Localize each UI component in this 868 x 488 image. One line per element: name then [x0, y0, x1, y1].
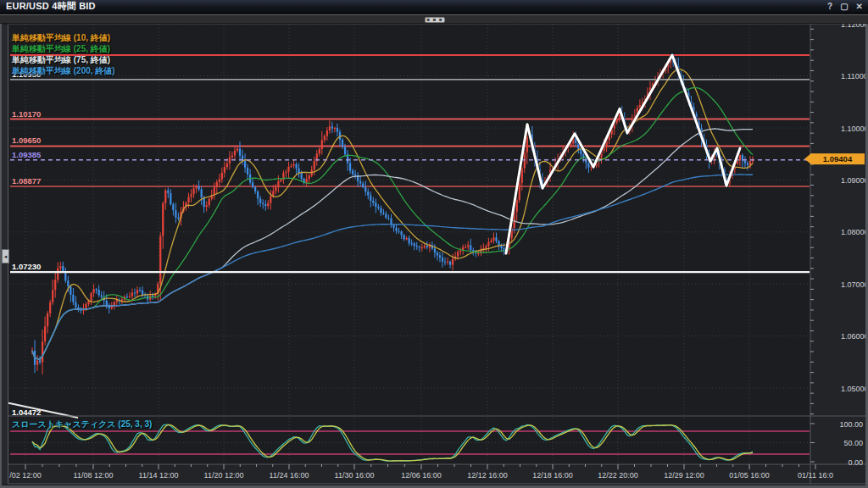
close-icon[interactable]: ✕ [856, 0, 863, 14]
price-tick-label: 1.07000 [841, 280, 868, 289]
maximize-icon[interactable]: ▢ [840, 0, 848, 14]
candle-body [254, 187, 256, 191]
candle-body [224, 167, 225, 173]
candle-body [59, 266, 61, 268]
candle-body [159, 236, 161, 285]
candle-body [85, 304, 86, 308]
candle-body [364, 187, 366, 191]
candle-body [167, 191, 169, 193]
window-title: EUR/USD 4時間 BID [0, 0, 96, 13]
candle-body [472, 250, 474, 252]
candle-body [90, 293, 92, 301]
candle-body [142, 291, 143, 295]
candle-body [201, 189, 203, 197]
candle-body [54, 280, 56, 290]
candle-body [465, 247, 466, 248]
candle-body [372, 201, 374, 202]
splitter-handle-button[interactable]: ■ ■ ■ [425, 17, 445, 23]
time-tick-label: 01/05 16:00 [729, 471, 770, 480]
stoch-tick-label: 0.00 [848, 458, 863, 467]
candle-body [57, 269, 58, 280]
candle-body [747, 164, 748, 165]
candle-body [334, 128, 336, 129]
legend-item: 単純移動平均線 (200, 終値) [12, 65, 115, 76]
title-bar[interactable]: EUR/USD 4時間 BID ? ▢ ✕ [0, 0, 868, 14]
chart-canvas[interactable]: 1.109301.101701.096501.093851.088771.072… [0, 0, 868, 488]
window-edge-left [0, 14, 2, 488]
candle-body [359, 181, 361, 184]
candle-body [490, 241, 492, 242]
candle-body [416, 246, 418, 247]
candle-body [477, 253, 479, 254]
time-tick-label: 11/24 16:00 [270, 471, 309, 480]
price-level-label: 1.07230 [12, 262, 41, 271]
candle-body [470, 245, 471, 250]
candle-body [198, 186, 200, 189]
candle-body [411, 243, 413, 244]
candle-body [370, 196, 371, 201]
candle-body [287, 167, 289, 172]
candle-body [195, 186, 197, 188]
candle-body [267, 203, 269, 207]
stoch-tick-label: 50.00 [843, 439, 863, 447]
candle-body [72, 295, 74, 302]
candle-body [244, 161, 246, 168]
candle-body [129, 297, 131, 297]
candle-body [319, 149, 320, 154]
candle-body [262, 203, 264, 204]
legend-item: 単純移動平均線 (75, 終値) [12, 54, 115, 65]
stochastic-label: スローストキャスティクス (25, 3, 3) [12, 419, 152, 430]
candle-body [467, 245, 469, 247]
price-axis-background[interactable] [810, 24, 867, 484]
price-level-label: 1.08877 [12, 176, 41, 186]
candle-body [375, 202, 376, 207]
splitter-strip: ■ ■ ■ [0, 14, 868, 24]
price-tick-label: 1.11000 [841, 72, 868, 80]
candle-body [295, 164, 297, 169]
candle-body [216, 182, 218, 187]
candle-body [39, 360, 41, 362]
candle-body [406, 238, 408, 239]
candle-body [434, 249, 436, 253]
candle-body [116, 300, 118, 302]
candle-body [367, 191, 369, 195]
current-price-value: 1.09404 [823, 154, 853, 164]
candle-body [252, 182, 253, 187]
price-level-label: 1.09385 [12, 150, 42, 159]
time-tick-label: 12/29 12:00 [664, 471, 704, 480]
candle-body [92, 289, 94, 293]
time-tick-label: 11/20 12:00 [204, 471, 244, 480]
candle-body [380, 208, 381, 213]
candle-body [280, 180, 281, 181]
candle-body [226, 164, 228, 167]
candle-body [485, 246, 487, 247]
help-icon[interactable]: ? [827, 0, 832, 14]
time-tick-label: 12/22 20:00 [598, 471, 638, 480]
candle-body [452, 259, 453, 265]
candle-body [264, 204, 266, 206]
candle-body [444, 262, 446, 263]
candle-body [382, 213, 384, 214]
price-tick-label: 1.05000 [841, 385, 868, 393]
candle-body [270, 197, 271, 203]
candle-body [247, 168, 248, 175]
price-tick-label: 1.09000 [841, 176, 868, 185]
window-controls: ? ▢ ✕ [827, 0, 863, 14]
candle-body [190, 194, 192, 197]
candle-body [395, 228, 397, 231]
candle-body [162, 203, 164, 236]
candle-body [392, 225, 394, 228]
collapse-panel-button[interactable]: ◂ [2, 249, 9, 263]
candle-body [459, 251, 461, 252]
candle-body [342, 140, 343, 147]
candle-body [290, 166, 292, 167]
candle-body [106, 301, 108, 306]
candle-body [231, 155, 233, 157]
candle-body [47, 313, 48, 326]
candle-body [126, 297, 128, 297]
candle-body [209, 199, 210, 205]
candle-body [439, 255, 441, 257]
candle-body [236, 148, 238, 150]
time-tick-label: 11/30 16:00 [335, 471, 375, 480]
candle-body [354, 175, 356, 175]
